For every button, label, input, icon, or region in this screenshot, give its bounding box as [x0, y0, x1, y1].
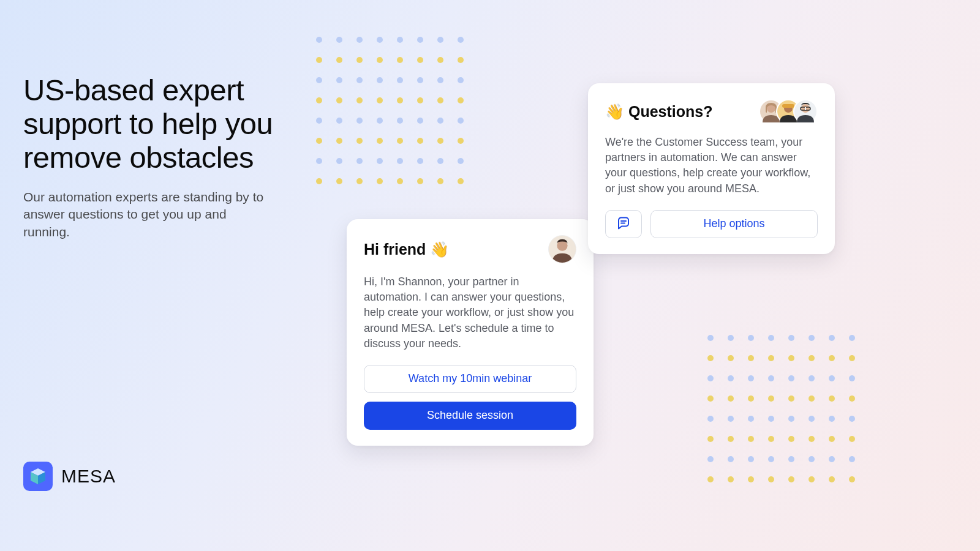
partner-avatar	[548, 235, 576, 263]
decorative-dot-grid-bottom	[707, 335, 855, 482]
hero-headline: US-based expert support to help you remo…	[23, 73, 293, 174]
questions-card-title: 👋 Questions?	[605, 103, 712, 121]
svg-rect-7	[782, 104, 794, 108]
brand-lockup: MESA	[23, 462, 116, 491]
brand-wordmark: MESA	[61, 466, 116, 487]
decorative-dot-grid-top	[316, 37, 464, 184]
partner-card: Hi friend 👋 Hi, I'm Shannon, your partne…	[347, 219, 594, 446]
hero-subtext: Our automation experts are standing by t…	[23, 189, 268, 241]
questions-card: 👋 Questions? We're the Customer Success …	[588, 83, 835, 254]
partner-card-title: Hi friend 👋	[364, 241, 449, 258]
watch-webinar-button[interactable]: Watch my 10min webinar	[364, 365, 576, 393]
questions-card-body: We're the Customer Success team, your pa…	[605, 135, 818, 197]
help-options-button[interactable]: Help options	[650, 210, 818, 238]
chat-bubble-icon	[616, 216, 631, 232]
schedule-session-button[interactable]: Schedule session	[364, 402, 576, 430]
partner-card-body: Hi, I'm Shannon, your partner in automat…	[364, 274, 576, 351]
chat-icon-button[interactable]	[605, 210, 642, 238]
team-avatar-stack	[759, 99, 818, 124]
brand-logo-icon	[23, 462, 53, 491]
